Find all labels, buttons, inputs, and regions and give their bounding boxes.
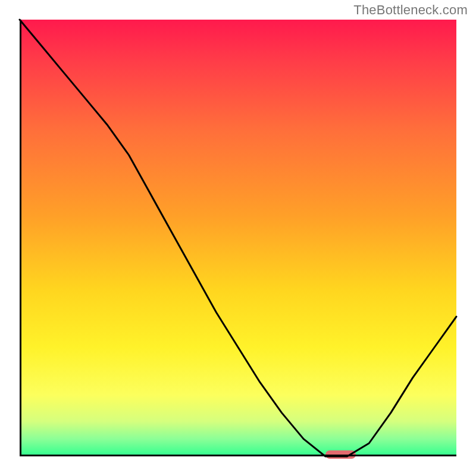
- bottleneck-curve: [20, 20, 456, 456]
- chart-container: TheBottleneck.com: [0, 0, 476, 476]
- curve-path: [20, 20, 456, 456]
- plot-area: [20, 20, 456, 456]
- watermark-text: TheBottleneck.com: [353, 2, 468, 18]
- x-axis: [20, 455, 456, 456]
- y-axis: [20, 20, 21, 456]
